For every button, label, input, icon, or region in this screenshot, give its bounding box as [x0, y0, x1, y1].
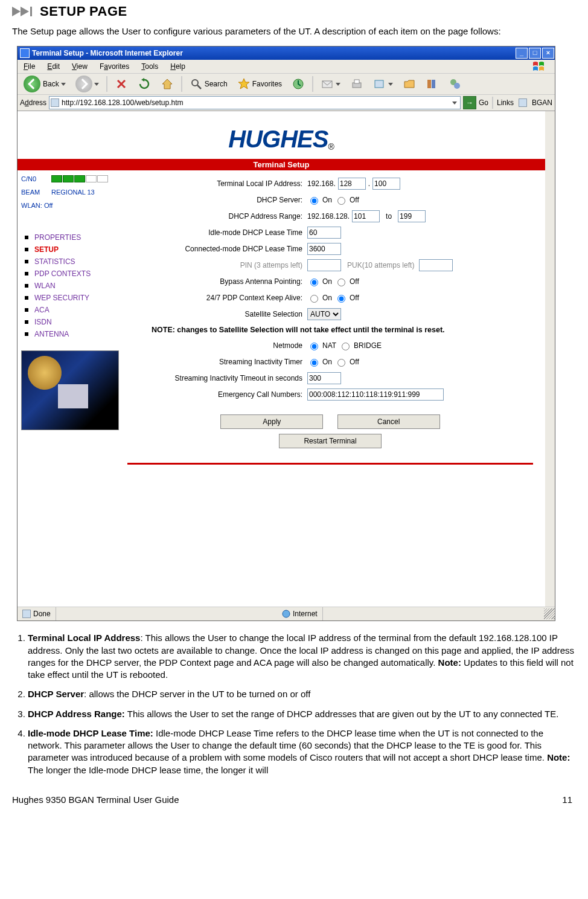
history-button[interactable] [288, 76, 308, 92]
resize-grip-icon[interactable] [544, 608, 555, 619]
scroll-up-icon: ▲ [545, 111, 555, 121]
ip-oct3-input[interactable] [338, 178, 366, 190]
stop-button[interactable] [111, 76, 132, 92]
svg-line-4 [197, 85, 201, 89]
banner: Terminal Setup [18, 159, 545, 170]
bridge-radio[interactable] [342, 343, 350, 350]
nav-setup: SETUP [25, 245, 124, 254]
page-icon [22, 610, 31, 618]
nav-list: PROPERTIES SETUP STATISTICS PDP CONTEXTS… [25, 233, 124, 338]
stimeout-label: Streaming Inactivity Timeout in seconds [127, 374, 307, 382]
forward-button[interactable] [72, 74, 103, 94]
svg-point-14 [283, 610, 290, 617]
stimer-label: Streaming Inactivity Timer [127, 358, 307, 366]
menubar: File Edit View Favorites Tools Help [18, 60, 555, 74]
search-button[interactable]: Search [186, 76, 231, 92]
keep-label: 24/7 PDP Context Keep Alive: [127, 294, 307, 302]
menu-tools[interactable]: Tools [135, 62, 164, 71]
menu-file[interactable]: File [18, 62, 41, 71]
back-button[interactable]: Back [20, 74, 69, 94]
netmode-label: Netmode [127, 341, 307, 350]
svg-rect-10 [427, 80, 431, 88]
range-label: DHCP Address Range: [127, 212, 307, 221]
url-input[interactable]: http://192.168.128.100/web/setup.htm [49, 96, 461, 109]
bypass-off-radio[interactable] [337, 279, 345, 286]
description-list: Terminal Local IP Address: This allows t… [12, 632, 576, 776]
refresh-button[interactable] [134, 76, 155, 92]
favorites-button[interactable]: Favorites [234, 76, 286, 92]
scrollbar[interactable]: ▲ ▼ [545, 111, 555, 607]
list-item: Terminal Local IP Address: This allows t… [28, 632, 576, 681]
list-item: DHCP Address Range: This allows the User… [28, 708, 576, 720]
ie-window: Terminal Setup - Microsoft Internet Expl… [17, 46, 555, 621]
edit-button[interactable] [369, 76, 397, 92]
nav-aca: ACA [25, 306, 124, 314]
maximize-button[interactable]: □ [529, 48, 541, 59]
stimer-on-radio[interactable] [310, 359, 318, 367]
sat-note: NOTE: changes to Satellite Selection wil… [152, 326, 533, 334]
folder-button[interactable] [399, 76, 420, 92]
ecn-label: Emergency Call Numbers: [127, 390, 307, 399]
chevron-down-icon [388, 83, 393, 86]
chevron-down-icon [452, 102, 457, 105]
go-label: Go [479, 98, 488, 107]
ecn-input[interactable] [307, 388, 444, 401]
pin-input[interactable] [307, 259, 341, 271]
home-button[interactable] [157, 76, 177, 92]
page-heading: SETUP PAGE [40, 4, 127, 19]
mail-button[interactable] [317, 76, 344, 92]
menu-help[interactable]: Help [164, 62, 191, 71]
beam-value: REGIONAL 13 [51, 188, 95, 196]
page-icon [51, 98, 59, 107]
window-titlebar: Terminal Setup - Microsoft Internet Expl… [18, 47, 555, 60]
apply-button[interactable]: Apply [220, 414, 323, 429]
print-button[interactable] [347, 76, 367, 92]
sat-select[interactable]: AUTO [307, 308, 341, 320]
sidebar: C/N0 BEAMREGIONAL 13 WLAN: Off PROPERTIE… [18, 170, 127, 468]
puk-input[interactable] [419, 259, 453, 271]
bypass-on-radio[interactable] [310, 279, 318, 286]
scroll-down-icon: ▼ [545, 597, 555, 607]
conn-label: Connected-mode DHCP Lease Time [127, 245, 307, 253]
cancel-button[interactable]: Cancel [337, 414, 440, 429]
ip-oct4-input[interactable] [372, 178, 400, 190]
research-button[interactable] [422, 76, 443, 92]
dhcp-on-radio[interactable] [310, 197, 318, 205]
range-to-input[interactable] [398, 210, 426, 222]
range-from-input[interactable] [352, 210, 380, 222]
messenger-button[interactable] [445, 76, 465, 92]
minimize-button[interactable]: _ [516, 48, 528, 59]
svg-rect-9 [375, 80, 383, 88]
links-bgan[interactable]: BGAN [532, 98, 552, 107]
ie-icon [20, 48, 30, 58]
satellite-image [21, 350, 119, 430]
menu-edit[interactable]: Edit [41, 62, 66, 71]
go-button[interactable]: → [463, 96, 476, 109]
page-icon [519, 98, 527, 107]
footer-title: Hughes 9350 BGAN Terminal User Guide [12, 794, 179, 805]
svg-point-3 [192, 80, 198, 86]
conn-input[interactable] [307, 243, 341, 255]
idle-input[interactable] [307, 227, 341, 239]
svg-marker-0 [12, 7, 21, 16]
nat-radio[interactable] [310, 343, 318, 350]
pin-label: PIN (3 attemps left) [127, 261, 307, 269]
stimer-off-radio[interactable] [337, 359, 345, 367]
close-button[interactable]: × [542, 48, 554, 59]
keep-off-radio[interactable] [337, 295, 345, 303]
dhcp-off-radio[interactable] [337, 197, 345, 205]
nav-wep: WEP SECURITY [25, 294, 124, 302]
svg-rect-2 [30, 7, 32, 16]
keep-on-radio[interactable] [310, 295, 318, 303]
play-play-icon [12, 5, 36, 18]
page-number: 11 [562, 794, 572, 805]
form-area: Terminal Local IP Address: 192.168.. DHC… [127, 170, 545, 468]
bypass-label: Bypass Antenna Pointing: [127, 277, 307, 286]
nav-statistics: STATISTICS [25, 257, 124, 266]
restart-button[interactable]: Restart Terminal [279, 434, 382, 448]
menu-view[interactable]: View [66, 62, 94, 71]
stimeout-input[interactable] [307, 372, 341, 384]
intro-text: The Setup page allows the User to config… [12, 25, 576, 37]
menu-favorites[interactable]: Favorites [94, 62, 135, 71]
hughes-logo: HUGHES® [18, 111, 545, 159]
